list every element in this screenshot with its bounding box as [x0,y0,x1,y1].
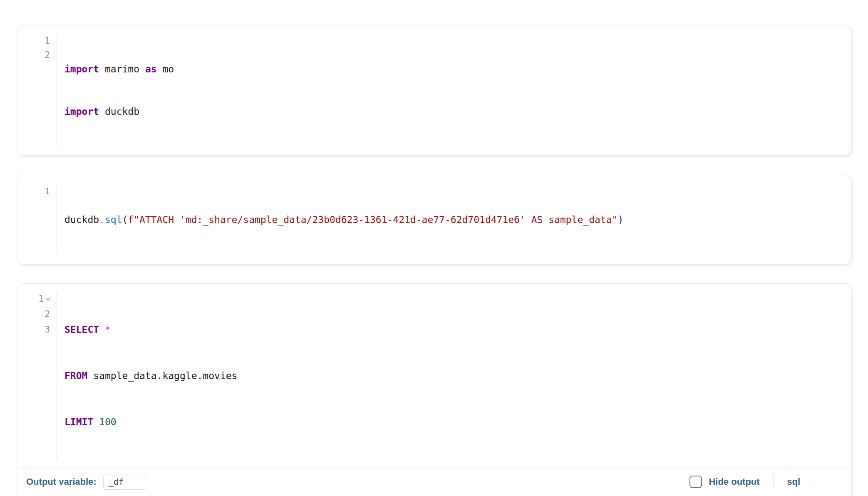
code-token: 100 [93,417,116,427]
line-number: 2 [45,48,50,62]
code-token: duckdb [99,106,139,117]
notebook-page: 1 2 import marimo as mo import duckdb 1 … [0,0,868,496]
sql-cell: 1 2 3 SELECT * FROM sample_data.kaggle.m… [17,283,851,496]
code-token: sample_data.kaggle.movies [87,370,237,381]
code-token: sql [105,214,122,225]
line-number-gutter: 1 2 [17,34,57,147]
code-token: LIMIT [64,417,93,427]
sql-editor-wrap: 1 2 3 SELECT * FROM sample_data.kaggle.m… [17,284,851,468]
code-line: duckdb.sql(f"ATTACH 'md:_share/sample_da… [64,213,623,227]
code-content: duckdb.sql(f"ATTACH 'md:_share/sample_da… [57,184,623,255]
code-editor-sql[interactable]: 1 2 3 SELECT * FROM sample_data.kaggle.m… [17,291,851,461]
hide-output-checkbox[interactable] [689,476,702,488]
code-cell-attach: 1 duckdb.sql(f"ATTACH 'md:_share/sample_… [17,175,851,265]
code-line: SELECT * [64,322,237,337]
line-number: 1 [45,184,50,198]
code-token: import [64,106,99,117]
code-token: * [99,324,111,335]
code-token: f"ATTACH 'md:_share/sample_data/23b0d623… [128,214,618,225]
code-token: marimo [99,64,145,74]
code-token: . [99,214,105,225]
code-token: mo [157,64,174,74]
hide-output-label[interactable]: Hide output [709,476,759,487]
code-line: import duckdb [64,104,174,119]
divider [773,474,774,489]
fold-chevron-icon[interactable] [45,295,51,301]
code-line: LIMIT 100 [64,414,237,430]
line-number-gutter: 1 [17,184,57,255]
line-number: 1 [45,34,50,48]
line-number: 2 [45,307,50,322]
code-token: SELECT [64,324,99,335]
code-token: ) [618,214,623,225]
code-token: ( [122,214,128,225]
code-cell-imports: 1 2 import marimo as mo import duckdb [17,25,851,156]
output-variable-input[interactable] [103,474,147,490]
code-token: duckdb [64,214,99,225]
code-token: FROM [64,370,87,381]
code-editor-imports[interactable]: 1 2 import marimo as mo import duckdb [17,34,851,147]
code-token: as [145,64,157,74]
line-number: 3 [45,322,50,337]
code-content: SELECT * FROM sample_data.kaggle.movies … [57,291,237,461]
code-token: import [64,64,99,74]
outbar-right-group: Hide output sql [689,474,800,489]
language-badge[interactable]: sql [787,476,800,487]
code-editor-attach[interactable]: 1 duckdb.sql(f"ATTACH 'md:_share/sample_… [17,184,851,255]
code-line: import marimo as mo [64,62,174,76]
line-number-gutter: 1 2 3 [17,291,57,461]
output-variable-bar: Output variable: Hide output sql [17,468,851,495]
line-number: 1 [38,291,50,307]
output-variable-label: Output variable: [26,476,97,487]
code-content: import marimo as mo import duckdb [57,34,174,147]
code-line: FROM sample_data.kaggle.movies [64,368,237,384]
